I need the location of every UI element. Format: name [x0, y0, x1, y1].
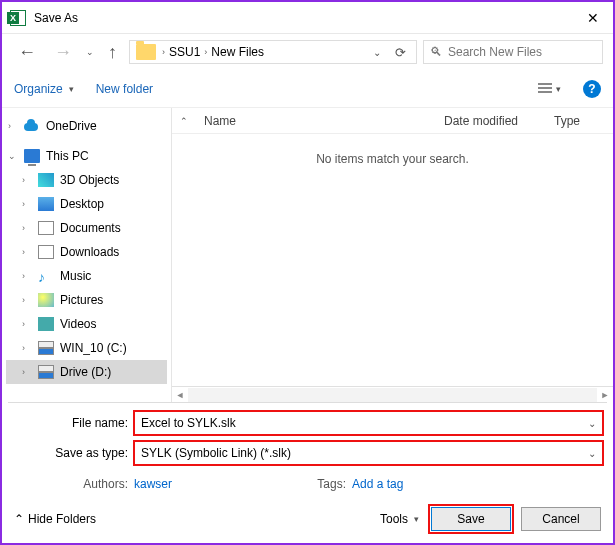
expand-icon[interactable]: › — [22, 367, 32, 377]
tree-item-downloads[interactable]: ›Downloads — [6, 240, 167, 264]
help-button[interactable]: ? — [583, 80, 601, 98]
refresh-button[interactable]: ⟳ — [389, 45, 412, 60]
folder-icon — [136, 44, 156, 60]
filename-input[interactable]: Excel to SYLK.slk ⌄ — [134, 411, 603, 435]
address-bar[interactable]: › SSU1 › New Files ⌄ ⟳ — [129, 40, 417, 64]
savetype-select[interactable]: SYLK (Symbolic Link) (*.slk) ⌄ — [134, 441, 603, 465]
search-placeholder: Search New Files — [448, 45, 542, 59]
desktop-icon — [38, 197, 54, 211]
tree-item-3d-objects[interactable]: ›3D Objects — [6, 168, 167, 192]
tree-item-label: 3D Objects — [60, 173, 119, 187]
dropdown-icon[interactable]: ⌄ — [588, 448, 596, 459]
breadcrumb-seg-2[interactable]: New Files — [211, 45, 264, 59]
window-title: Save As — [34, 11, 573, 25]
scroll-left-icon[interactable]: ◄ — [172, 390, 188, 400]
organize-button[interactable]: Organize ▾ — [14, 82, 76, 96]
pics-icon — [38, 293, 54, 307]
up-button[interactable]: ↑ — [102, 42, 123, 63]
new-folder-button[interactable]: New folder — [96, 82, 153, 96]
tree-item-label: This PC — [46, 149, 89, 163]
tree-item-videos[interactable]: ›Videos — [6, 312, 167, 336]
empty-message: No items match your search. — [172, 134, 613, 386]
tree-item-label: WIN_10 (C:) — [60, 341, 127, 355]
down-icon — [38, 245, 54, 259]
toolbar: Organize ▾ New folder ▾ ? — [2, 70, 613, 108]
tree-item-this-pc[interactable]: ⌄This PC — [6, 144, 167, 168]
scroll-track[interactable] — [188, 388, 597, 402]
nav-bar: ← → ⌄ ↑ › SSU1 › New Files ⌄ ⟳ 🔍︎ Search… — [2, 34, 613, 70]
titlebar: Save As ✕ — [2, 2, 613, 34]
column-headers: ⌃ Name Date modified Type — [172, 108, 613, 134]
chevron-right-icon: › — [204, 47, 207, 57]
bottom-bar: ⌃ Hide Folders Tools ▾ Save Cancel — [2, 497, 613, 543]
expand-icon[interactable]: › — [22, 223, 32, 233]
tree-item-label: Downloads — [60, 245, 119, 259]
file-list: ⌃ Name Date modified Type No items match… — [172, 108, 613, 402]
dropdown-icon: ▾ — [554, 84, 563, 94]
tree-item-label: Videos — [60, 317, 96, 331]
authors-value[interactable]: kawser — [134, 477, 172, 491]
close-button[interactable]: ✕ — [573, 3, 613, 33]
expand-icon[interactable]: › — [22, 175, 32, 185]
expand-icon[interactable]: › — [8, 121, 18, 131]
filename-label: File name: — [12, 416, 134, 430]
save-as-dialog: Save As ✕ ← → ⌄ ↑ › SSU1 › New Files ⌄ ⟳… — [0, 0, 615, 545]
dropdown-icon[interactable]: ⌄ — [588, 418, 596, 429]
view-grid-icon — [538, 83, 552, 95]
authors-label: Authors: — [12, 477, 134, 491]
dropdown-icon: ▾ — [412, 514, 421, 524]
tags-value[interactable]: Add a tag — [352, 477, 403, 491]
tree-item-documents[interactable]: ›Documents — [6, 216, 167, 240]
docs-icon — [38, 221, 54, 235]
tools-button[interactable]: Tools ▾ — [380, 512, 421, 526]
column-name[interactable]: Name — [196, 114, 436, 128]
save-button[interactable]: Save — [431, 507, 511, 531]
breadcrumb-seg-1[interactable]: SSU1 — [169, 45, 200, 59]
savetype-label: Save as type: — [12, 446, 134, 460]
tree-item-onedrive[interactable]: ›OneDrive — [6, 114, 167, 138]
tree-item-label: Drive (D:) — [60, 365, 111, 379]
chevron-right-icon: › — [162, 47, 165, 57]
cancel-button[interactable]: Cancel — [521, 507, 601, 531]
column-date[interactable]: Date modified — [436, 114, 546, 128]
search-input[interactable]: 🔍︎ Search New Files — [423, 40, 603, 64]
music-icon: ♪ — [38, 269, 54, 283]
scroll-right-icon[interactable]: ► — [597, 390, 613, 400]
expand-icon[interactable]: › — [22, 295, 32, 305]
tree-item-label: Music — [60, 269, 91, 283]
hide-folders-button[interactable]: ⌃ Hide Folders — [14, 512, 96, 526]
expand-icon[interactable]: ⌄ — [8, 151, 18, 161]
tree-item-label: Documents — [60, 221, 121, 235]
tree-item-pictures[interactable]: ›Pictures — [6, 288, 167, 312]
tree-item-music[interactable]: ›♪Music — [6, 264, 167, 288]
vid-icon — [38, 317, 54, 331]
view-button[interactable]: ▾ — [538, 83, 563, 95]
expand-icon[interactable]: › — [22, 199, 32, 209]
dropdown-icon: ▾ — [67, 84, 76, 94]
cloud-icon — [24, 119, 40, 133]
tree-item-drive-d-[interactable]: ›Drive (D:) — [6, 360, 167, 384]
excel-icon — [10, 10, 26, 26]
expand-icon[interactable]: › — [22, 343, 32, 353]
tree-item-win-10-c-[interactable]: ›WIN_10 (C:) — [6, 336, 167, 360]
search-icon: 🔍︎ — [430, 45, 442, 59]
tree-item-label: Pictures — [60, 293, 103, 307]
history-dropdown[interactable]: ⌄ — [84, 47, 96, 57]
horizontal-scrollbar[interactable]: ◄ ► — [172, 386, 613, 402]
drive-icon — [38, 341, 54, 355]
pc-icon — [24, 149, 40, 163]
expand-icon[interactable]: › — [22, 271, 32, 281]
3d-icon — [38, 173, 54, 187]
tags-label: Tags: — [292, 477, 352, 491]
column-type[interactable]: Type — [546, 114, 613, 128]
address-dropdown[interactable]: ⌄ — [369, 47, 385, 58]
forward-button[interactable]: → — [48, 42, 78, 63]
form-area: File name: Excel to SYLK.slk ⌄ Save as t… — [2, 403, 613, 497]
tree-item-label: Desktop — [60, 197, 104, 211]
expand-icon[interactable]: › — [22, 247, 32, 257]
chevron-up-icon: ⌃ — [14, 512, 24, 526]
drive-icon — [38, 365, 54, 379]
back-button[interactable]: ← — [12, 42, 42, 63]
tree-item-desktop[interactable]: ›Desktop — [6, 192, 167, 216]
expand-icon[interactable]: › — [22, 319, 32, 329]
